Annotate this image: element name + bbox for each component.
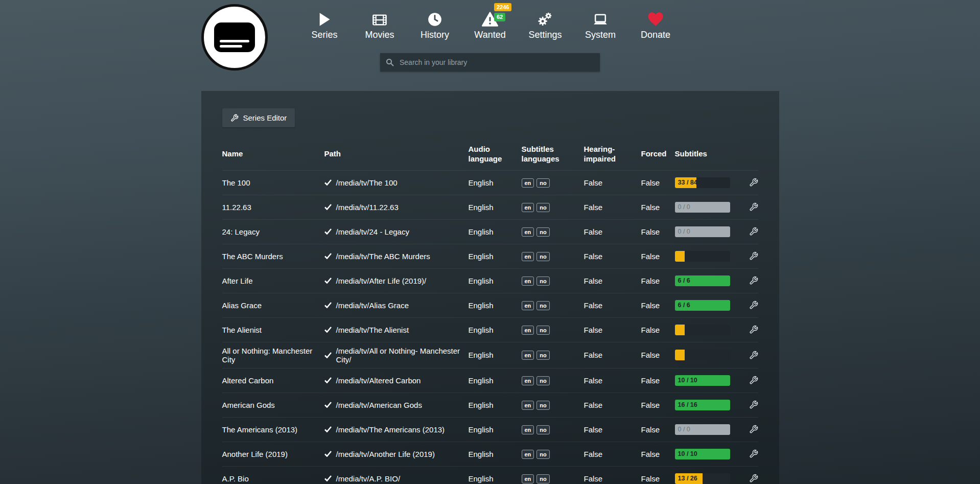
check-icon — [324, 451, 332, 457]
series-path: /media/tv/Altered Carbon — [324, 372, 469, 389]
forced: False — [641, 248, 675, 265]
series-name-link[interactable]: The Alienist — [222, 321, 324, 338]
language-badge: en — [522, 351, 534, 360]
series-name-link[interactable]: 11.22.63 — [222, 199, 324, 216]
subtitles-languages: enno — [522, 174, 584, 192]
series-path: /media/tv/Another Life (2019) — [324, 446, 469, 463]
series-path-text: /media/tv/After Life (2019)/ — [336, 276, 427, 285]
nav-donate[interactable]: Donate — [628, 8, 683, 40]
subtitles-progress: 0 / 0 — [675, 424, 730, 435]
series-name-link[interactable]: After Life — [222, 272, 324, 289]
wrench-icon[interactable] — [749, 474, 758, 483]
nav-series-label: Series — [311, 30, 337, 40]
wrench-icon[interactable] — [749, 227, 758, 236]
language-badge: en — [522, 425, 534, 434]
series-name-link[interactable]: The 100 — [222, 174, 324, 191]
series-name-link[interactable]: 24: Legacy — [222, 223, 324, 240]
wrench-icon[interactable] — [749, 400, 758, 409]
nav-history-label: History — [421, 30, 449, 40]
nav-wanted[interactable]: 2246 62 Wanted — [462, 8, 518, 40]
nav-history[interactable]: History — [407, 8, 462, 40]
column-header: Forced — [641, 149, 675, 159]
series-path: /media/tv/All or Nothing- Manchester Cit… — [324, 342, 469, 368]
series-path-text: /media/tv/24 - Legacy — [336, 227, 409, 236]
hearing-impaired: False — [584, 297, 641, 314]
check-icon — [324, 426, 332, 432]
language-badge: no — [536, 252, 549, 261]
clock-icon — [428, 8, 442, 27]
nav-series[interactable]: Series — [297, 8, 352, 40]
nav-movies-label: Movies — [365, 30, 394, 40]
wrench-icon[interactable] — [749, 325, 758, 334]
audio-language: English — [469, 372, 522, 389]
subtitles-languages: enno — [522, 296, 584, 314]
hearing-impaired: False — [584, 347, 641, 363]
series-path: /media/tv/The 100 — [324, 174, 469, 191]
series-path-text: /media/tv/The ABC Murders — [336, 252, 430, 261]
series-table-body: The 100/media/tv/The 100EnglishennoFalse… — [222, 170, 758, 484]
series-name-link[interactable]: A.P. Bio — [222, 470, 324, 484]
subtitles-languages: enno — [522, 372, 584, 389]
wrench-icon[interactable] — [749, 276, 758, 285]
language-badge: no — [536, 276, 549, 286]
series-path-text: /media/tv/The Alienist — [336, 326, 409, 334]
audio-language: English — [469, 397, 522, 413]
language-badge: no — [536, 376, 549, 385]
table-row: Altered Carbon/media/tv/Altered CarbonEn… — [222, 368, 758, 393]
table-row: 11.22.63/media/tv/11.22.63EnglishennoFal… — [222, 195, 758, 219]
language-badge: en — [522, 301, 534, 310]
wrench-icon[interactable] — [749, 251, 758, 261]
nav-system[interactable]: System — [573, 8, 628, 40]
subtitles-languages: enno — [522, 396, 584, 414]
wrench-icon[interactable] — [749, 202, 758, 212]
subtitles-languages: enno — [522, 321, 584, 339]
series-path: /media/tv/11.22.63 — [324, 199, 469, 216]
check-icon — [324, 475, 332, 481]
language-badge: no — [536, 450, 549, 459]
check-icon — [324, 278, 332, 284]
audio-language: English — [469, 248, 522, 265]
wrench-icon[interactable] — [749, 301, 758, 310]
nav-settings[interactable]: Settings — [518, 8, 573, 40]
series-path-text: /media/tv/The 100 — [336, 178, 398, 187]
subtitles-languages: enno — [522, 346, 584, 364]
series-path-text: /media/tv/American Gods — [336, 401, 422, 409]
audio-language: English — [469, 297, 522, 314]
audio-language: English — [469, 470, 522, 484]
check-icon — [324, 253, 332, 259]
wrench-icon[interactable] — [749, 425, 758, 434]
wrench-icon[interactable] — [749, 376, 758, 385]
nav-movies[interactable]: Movies — [352, 8, 407, 40]
top-header: Series Movies — [0, 0, 980, 91]
app-logo[interactable] — [201, 4, 268, 71]
series-name-link[interactable]: The Americans (2013) — [222, 421, 324, 438]
forced: False — [641, 397, 675, 413]
forced: False — [641, 446, 675, 463]
language-badge: no — [536, 351, 549, 360]
table-row: All or Nothing: Manchester City/media/tv… — [222, 342, 758, 368]
wrench-icon[interactable] — [749, 351, 758, 360]
logo-tv-icon — [214, 22, 255, 52]
search-input[interactable] — [399, 58, 594, 67]
series-path: /media/tv/24 - Legacy — [324, 223, 469, 240]
film-icon — [372, 8, 387, 27]
audio-language: English — [469, 421, 522, 438]
subtitles-progress: 33 / 84 — [675, 177, 730, 188]
language-badge: en — [522, 401, 534, 410]
play-icon — [318, 8, 331, 27]
series-name-link[interactable]: Altered Carbon — [222, 372, 324, 389]
subtitles-progress: 13 / 26 — [675, 473, 730, 484]
language-badge: no — [536, 425, 549, 434]
hearing-impaired: False — [584, 199, 641, 216]
series-name-link[interactable]: The ABC Murders — [222, 248, 324, 265]
series-name-link[interactable]: All or Nothing: Manchester City — [222, 342, 324, 368]
wrench-icon[interactable] — [749, 178, 758, 187]
wrench-icon[interactable] — [749, 449, 758, 458]
series-name-link[interactable]: Alias Grace — [222, 297, 324, 314]
series-name-link[interactable]: American Gods — [222, 397, 324, 413]
subtitles-languages: enno — [522, 198, 584, 216]
check-icon — [324, 179, 332, 186]
series-editor-button[interactable]: Series Editor — [222, 108, 295, 127]
check-icon — [324, 352, 332, 358]
series-name-link[interactable]: Another Life (2019) — [222, 446, 324, 463]
